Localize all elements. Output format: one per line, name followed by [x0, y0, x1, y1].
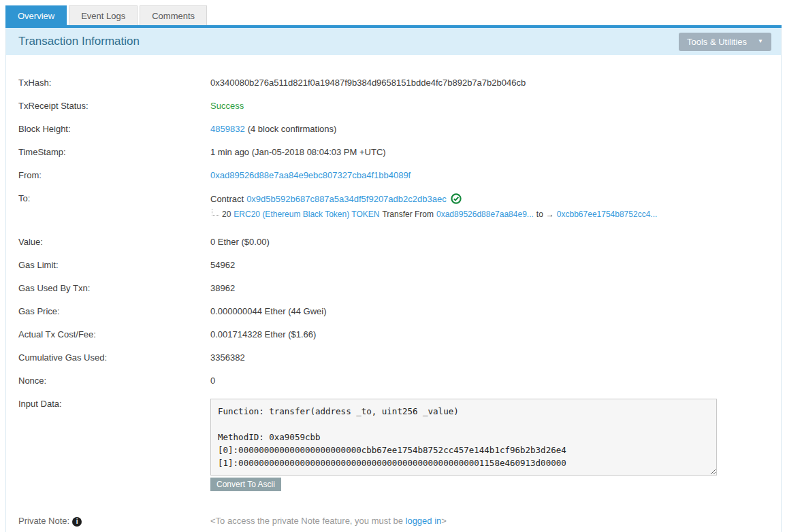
row-txreceipt-status: TxReceipt Status: Success — [18, 101, 769, 112]
page-title: Transaction Information — [18, 35, 140, 48]
nonce-label: Nonce: — [18, 376, 210, 386]
tab-event-logs[interactable]: Event Logs — [69, 5, 138, 25]
row-value: Value: 0 Ether ($0.00) — [18, 237, 769, 248]
token-transfer-from-link[interactable]: 0xad89526d88e7aa84e9... — [436, 210, 534, 219]
tab-comments[interactable]: Comments — [140, 5, 207, 25]
token-link[interactable]: ERC20 (Ethereum Black Token) TOKEN — [234, 210, 379, 219]
to-contract-address-link[interactable]: 0x9d5b592b687c887a5a34df5f9207adb2c2db3a… — [246, 194, 447, 204]
block-confirmations: (4 block confirmations) — [248, 124, 337, 134]
tab-overview[interactable]: Overview — [5, 5, 67, 25]
row-gas-used: Gas Used By Txn: 38962 — [18, 283, 769, 294]
gas-price-label: Gas Price: — [18, 306, 210, 316]
logged-in-link[interactable]: logged in — [406, 516, 442, 526]
tx-cost-value: 0.001714328 Ether ($1.66) — [210, 329, 769, 339]
private-note-message: <To access the private Note feature, you… — [210, 516, 406, 526]
panel-body: TxHash: 0x340080b276a511d821f0a19487f9b3… — [6, 55, 781, 532]
row-block-height: Block Height: 4859832(4 block confirmati… — [18, 124, 769, 135]
value-value: 0 Ether ($0.00) — [210, 237, 769, 247]
timestamp-label: TimeStamp: — [18, 147, 210, 157]
txreceipt-status-value: Success — [210, 101, 769, 111]
row-gas-limit: Gas Limit: 54962 — [18, 260, 769, 271]
txreceipt-status-label: TxReceipt Status: — [18, 101, 210, 111]
token-transfer-action: Transfer From — [382, 210, 434, 219]
gas-limit-value: 54962 — [210, 260, 769, 270]
chevron-down-icon: ▼ — [758, 39, 763, 44]
row-cumulative-gas: Cumulative Gas Used: 3356382 — [18, 352, 769, 363]
gas-used-value: 38962 — [210, 283, 769, 293]
token-transfer-to-word: to — [536, 210, 543, 219]
panel-heading: Transaction Information Tools & Utilitie… — [6, 28, 781, 55]
cumulative-gas-value: 3356382 — [210, 352, 769, 363]
to-label: To: — [18, 193, 210, 203]
txhash-value: 0x340080b276a511d821f0a19487f9b384d96581… — [210, 78, 769, 88]
from-label: From: — [18, 170, 210, 180]
block-height-label: Block Height: — [18, 124, 210, 134]
row-gas-price: Gas Price: 0.000000044 Ether (44 Gwei) — [18, 306, 769, 317]
cumulative-gas-label: Cumulative Gas Used: — [18, 352, 210, 363]
value-label: Value: — [18, 237, 210, 247]
from-address-link[interactable]: 0xad89526d88e7aa84e9ebc807327cba4f1bb408… — [210, 170, 411, 180]
txhash-label: TxHash: — [18, 78, 210, 88]
row-private-note: Private Note:i <To access the private No… — [18, 516, 769, 527]
row-timestamp: TimeStamp: 1 min ago (Jan-05-2018 08:04:… — [18, 147, 769, 158]
transaction-panel: Transaction Information Tools & Utilitie… — [5, 28, 782, 532]
input-data-label: Input Data: — [18, 399, 210, 409]
block-height-link[interactable]: 4859832 — [210, 124, 245, 134]
to-contract-line: Contract0x9d5b592b687c887a5a34df5f9207ad… — [210, 193, 769, 204]
info-icon[interactable]: i — [72, 517, 82, 527]
arrow-right-icon: → — [546, 210, 554, 219]
gas-limit-label: Gas Limit: — [18, 260, 210, 270]
gas-used-label: Gas Used By Txn: — [18, 283, 210, 293]
input-data-textarea[interactable]: Function: transfer(address _to, uint256 … — [210, 399, 717, 476]
tab-bar: Overview Event Logs Comments — [5, 5, 782, 25]
row-nonce: Nonce: 0 — [18, 376, 769, 386]
verified-check-icon[interactable] — [451, 193, 462, 204]
tx-cost-label: Actual Tx Cost/Fee: — [18, 329, 210, 339]
nonce-value: 0 — [210, 376, 769, 386]
timestamp-value: 1 min ago (Jan-05-2018 08:04:03 PM +UTC) — [210, 147, 769, 157]
tools-utilities-label: Tools & Utilities — [687, 37, 747, 47]
row-txhash: TxHash: 0x340080b276a511d821f0a19487f9b3… — [18, 78, 769, 88]
page: Overview Event Logs Comments Transaction… — [0, 0, 787, 532]
row-input-data: Input Data: Function: transfer(address _… — [18, 399, 769, 491]
gas-price-value: 0.000000044 Ether (44 Gwei) — [210, 306, 769, 316]
contract-prefix: Contract — [210, 194, 244, 204]
token-transfer-to-link[interactable]: 0xcbb67ee1754b8752cc4... — [557, 210, 657, 219]
token-transfer-line: 20 ERC20 (Ethereum Black Token) TOKEN Tr… — [210, 210, 769, 219]
private-note-message-suffix: > — [441, 516, 447, 526]
row-tx-cost: Actual Tx Cost/Fee: 0.001714328 Ether ($… — [18, 329, 769, 340]
convert-to-ascii-button[interactable]: Convert To Ascii — [210, 478, 281, 491]
tree-connector-icon — [212, 209, 219, 216]
row-from: From: 0xad89526d88e7aa84e9ebc807327cba4f… — [18, 170, 769, 181]
row-to: To: Contract0x9d5b592b687c887a5a34df5f92… — [18, 193, 769, 225]
tools-utilities-button[interactable]: Tools & Utilities ▼ — [679, 33, 771, 51]
private-note-label: Private Note: — [18, 516, 69, 526]
token-transfer-amount: 20 — [222, 210, 231, 219]
